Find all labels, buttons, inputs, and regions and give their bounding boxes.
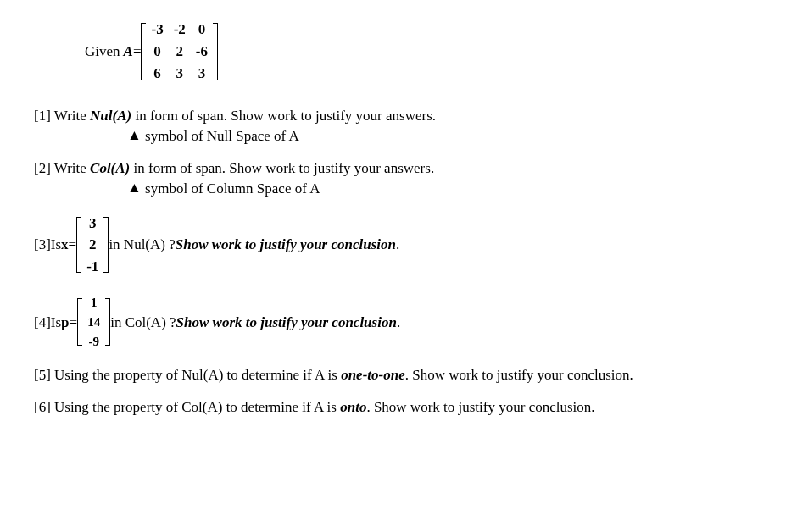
question-1: [1] Write Nul(A) in form of span. Show w… [34, 106, 763, 147]
matrix-symbol: A [124, 42, 133, 62]
q5-term: one-to-one [341, 367, 405, 383]
q1-term: Nul(A) [90, 108, 131, 124]
q2-hint: ▲ symbol of Column Space of A [127, 179, 763, 199]
question-3: [3] Is x = 3 2 -1 in Nul(A) ? Show work … [34, 211, 763, 280]
q6-term: onto [340, 399, 366, 415]
q1-number: [1] [34, 108, 51, 124]
q3-mid: in Nul(A) ? [109, 235, 175, 255]
matrix-A: -3 -2 0 0 2 -6 6 3 3 [141, 17, 218, 86]
triangle-icon: ▲ [127, 178, 142, 198]
bracket-left [77, 298, 82, 346]
question-5: [5] Using the property of Nul(A) to dete… [34, 365, 763, 385]
matrix-A-cells: -3 -2 0 0 2 -6 6 3 3 [146, 17, 213, 86]
bracket-right [105, 298, 110, 346]
bracket-right [213, 23, 218, 80]
q2-term: Col(A) [90, 160, 130, 176]
bracket-left [76, 217, 81, 273]
q4-equals: = [70, 313, 78, 333]
q2-prefix: Write [51, 160, 90, 176]
vector-p-cells: 1 14 -9 [82, 291, 105, 353]
q4-mid: in Col(A) ? [110, 313, 176, 333]
q1-rest: in form of span. Show work to justify yo… [131, 108, 436, 124]
vector-x: 3 2 -1 [76, 211, 109, 280]
q1-hint-text: symbol of Null Space of A [142, 128, 299, 144]
q2-rest: in form of span. Show work to justify yo… [130, 160, 434, 176]
q1-prefix: Write [51, 108, 90, 124]
equals-sign: = [133, 42, 142, 62]
q5-rest: . Show work to justify your conclusion. [405, 367, 633, 383]
question-4: [4] Is p= 1 14 -9 in Col(A) ? Show work … [34, 291, 763, 353]
q3-conclusion: Show work to justify your conclusion [176, 235, 396, 255]
question-2: [2] Write Col(A) in form of span. Show w… [34, 158, 763, 199]
q6-prefix: Using the property of Col(A) to determin… [51, 399, 340, 415]
q1-hint: ▲ symbol of Null Space of A [127, 126, 763, 147]
vector-p: 1 14 -9 [77, 291, 110, 353]
q3-prefix: Is [51, 235, 61, 255]
vector-x-cells: 3 2 -1 [81, 211, 103, 280]
q5-number: [5] [34, 367, 51, 383]
q2-hint-text: symbol of Column Space of A [142, 180, 320, 197]
bracket-left [141, 23, 146, 80]
q6-number: [6] [34, 399, 51, 415]
q3-number: [3] [34, 235, 51, 255]
given-line: Given A = -3 -2 0 0 2 -6 6 3 3 [85, 17, 763, 86]
q3-period: . [396, 235, 399, 255]
q3-var: x [61, 235, 69, 255]
q4-period: . [397, 313, 400, 333]
question-6: [6] Using the property of Col(A) to dete… [34, 397, 763, 418]
q3-equals: = [69, 235, 77, 255]
triangle-icon: ▲ [127, 125, 142, 146]
q4-number: [4] [34, 313, 51, 333]
q4-var: p [61, 313, 69, 333]
bracket-right [103, 217, 109, 273]
q4-conclusion: Show work to justify your conclusion [176, 313, 397, 333]
q5-prefix: Using the property of Nul(A) to determin… [51, 367, 341, 383]
q2-number: [2] [34, 160, 51, 176]
q6-rest: . Show work to justify your conclusion. [366, 399, 594, 415]
given-label: Given [85, 42, 120, 62]
q4-prefix: Is [51, 313, 61, 333]
